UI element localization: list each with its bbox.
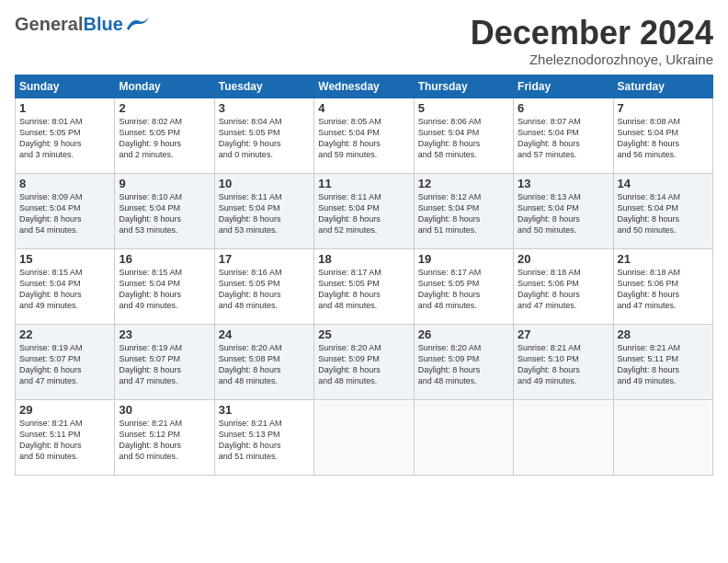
- table-row: 19Sunrise: 8:17 AM Sunset: 5:05 PM Dayli…: [414, 248, 513, 324]
- table-row: 25Sunrise: 8:20 AM Sunset: 5:09 PM Dayli…: [314, 324, 414, 399]
- day-number: 5: [418, 101, 509, 115]
- day-number: 27: [518, 327, 609, 341]
- table-row: [314, 399, 414, 475]
- day-info: Sunrise: 8:02 AM Sunset: 5:05 PM Dayligh…: [119, 116, 210, 161]
- day-info: Sunrise: 8:06 AM Sunset: 5:04 PM Dayligh…: [418, 116, 509, 161]
- day-number: 31: [219, 403, 310, 417]
- day-number: 3: [219, 101, 310, 115]
- table-row: 13Sunrise: 8:13 AM Sunset: 5:04 PM Dayli…: [514, 173, 613, 248]
- day-number: 13: [518, 177, 609, 190]
- day-number: 1: [19, 101, 110, 115]
- table-row: 7Sunrise: 8:08 AM Sunset: 5:04 PM Daylig…: [613, 98, 712, 173]
- day-info: Sunrise: 8:13 AM Sunset: 5:04 PM Dayligh…: [518, 191, 609, 236]
- day-info: Sunrise: 8:21 AM Sunset: 5:11 PM Dayligh…: [19, 418, 110, 463]
- day-number: 23: [119, 327, 210, 341]
- day-number: 20: [518, 252, 609, 266]
- table-row: 8Sunrise: 8:09 AM Sunset: 5:04 PM Daylig…: [16, 173, 115, 248]
- table-row: [414, 399, 513, 475]
- day-number: 22: [19, 327, 110, 341]
- day-number: 12: [418, 177, 509, 190]
- day-info: Sunrise: 8:21 AM Sunset: 5:10 PM Dayligh…: [518, 342, 609, 387]
- table-row: 23Sunrise: 8:19 AM Sunset: 5:07 PM Dayli…: [115, 324, 214, 399]
- month-title: December 2024: [471, 15, 713, 52]
- day-info: Sunrise: 8:07 AM Sunset: 5:04 PM Dayligh…: [518, 116, 609, 161]
- table-row: 24Sunrise: 8:20 AM Sunset: 5:08 PM Dayli…: [214, 324, 313, 399]
- day-number: 17: [219, 252, 310, 266]
- day-info: Sunrise: 8:18 AM Sunset: 5:06 PM Dayligh…: [618, 267, 709, 312]
- day-number: 4: [318, 101, 409, 115]
- header-friday: Friday: [514, 75, 613, 98]
- table-row: [514, 399, 613, 475]
- table-row: 20Sunrise: 8:18 AM Sunset: 5:06 PM Dayli…: [514, 248, 613, 324]
- table-row: 26Sunrise: 8:20 AM Sunset: 5:09 PM Dayli…: [414, 324, 513, 399]
- day-info: Sunrise: 8:01 AM Sunset: 5:05 PM Dayligh…: [19, 116, 110, 161]
- logo: GeneralBlue: [15, 15, 149, 33]
- table-row: 16Sunrise: 8:15 AM Sunset: 5:04 PM Dayli…: [115, 248, 214, 324]
- table-row: 9Sunrise: 8:10 AM Sunset: 5:04 PM Daylig…: [115, 173, 214, 248]
- day-info: Sunrise: 8:20 AM Sunset: 5:09 PM Dayligh…: [318, 342, 409, 387]
- day-info: Sunrise: 8:05 AM Sunset: 5:04 PM Dayligh…: [318, 116, 409, 161]
- day-info: Sunrise: 8:11 AM Sunset: 5:04 PM Dayligh…: [318, 191, 409, 236]
- day-number: 2: [119, 101, 210, 115]
- table-row: 27Sunrise: 8:21 AM Sunset: 5:10 PM Dayli…: [514, 324, 613, 399]
- logo-text: GeneralBlue: [15, 15, 123, 33]
- weekday-header-row: Sunday Monday Tuesday Wednesday Thursday…: [16, 75, 713, 98]
- calendar-table: Sunday Monday Tuesday Wednesday Thursday…: [15, 75, 713, 476]
- table-row: 3Sunrise: 8:04 AM Sunset: 5:05 PM Daylig…: [214, 98, 313, 173]
- day-number: 9: [119, 177, 210, 190]
- header: GeneralBlue December 2024 Zheleznodorozh…: [15, 15, 713, 67]
- table-row: 30Sunrise: 8:21 AM Sunset: 5:12 PM Dayli…: [115, 399, 214, 475]
- table-row: 12Sunrise: 8:12 AM Sunset: 5:04 PM Dayli…: [414, 173, 513, 248]
- day-info: Sunrise: 8:11 AM Sunset: 5:04 PM Dayligh…: [219, 191, 310, 236]
- table-row: 6Sunrise: 8:07 AM Sunset: 5:04 PM Daylig…: [514, 98, 613, 173]
- day-number: 7: [618, 101, 709, 115]
- table-row: 18Sunrise: 8:17 AM Sunset: 5:05 PM Dayli…: [314, 248, 414, 324]
- logo-bird-icon: [125, 16, 149, 32]
- week-row-5: 29Sunrise: 8:21 AM Sunset: 5:11 PM Dayli…: [16, 399, 713, 475]
- table-row: 14Sunrise: 8:14 AM Sunset: 5:04 PM Dayli…: [613, 173, 712, 248]
- day-info: Sunrise: 8:21 AM Sunset: 5:13 PM Dayligh…: [219, 418, 310, 463]
- table-row: 21Sunrise: 8:18 AM Sunset: 5:06 PM Dayli…: [613, 248, 712, 324]
- table-row: 11Sunrise: 8:11 AM Sunset: 5:04 PM Dayli…: [314, 173, 414, 248]
- week-row-3: 15Sunrise: 8:15 AM Sunset: 5:04 PM Dayli…: [16, 248, 713, 324]
- day-number: 21: [618, 252, 709, 266]
- day-info: Sunrise: 8:09 AM Sunset: 5:04 PM Dayligh…: [19, 191, 110, 236]
- day-number: 18: [318, 252, 409, 266]
- table-row: 5Sunrise: 8:06 AM Sunset: 5:04 PM Daylig…: [414, 98, 513, 173]
- header-sunday: Sunday: [16, 75, 115, 98]
- table-row: [613, 399, 712, 475]
- day-info: Sunrise: 8:20 AM Sunset: 5:09 PM Dayligh…: [418, 342, 509, 387]
- table-row: 1Sunrise: 8:01 AM Sunset: 5:05 PM Daylig…: [16, 98, 115, 173]
- table-row: 22Sunrise: 8:19 AM Sunset: 5:07 PM Dayli…: [16, 324, 115, 399]
- table-row: 17Sunrise: 8:16 AM Sunset: 5:05 PM Dayli…: [214, 248, 313, 324]
- table-row: 15Sunrise: 8:15 AM Sunset: 5:04 PM Dayli…: [16, 248, 115, 324]
- day-number: 6: [518, 101, 609, 115]
- day-number: 26: [418, 327, 509, 341]
- day-info: Sunrise: 8:18 AM Sunset: 5:06 PM Dayligh…: [518, 267, 609, 312]
- day-info: Sunrise: 8:17 AM Sunset: 5:05 PM Dayligh…: [418, 267, 509, 312]
- day-number: 19: [418, 252, 509, 266]
- day-info: Sunrise: 8:17 AM Sunset: 5:05 PM Dayligh…: [318, 267, 409, 312]
- day-info: Sunrise: 8:21 AM Sunset: 5:12 PM Dayligh…: [119, 418, 210, 463]
- day-info: Sunrise: 8:14 AM Sunset: 5:04 PM Dayligh…: [618, 191, 709, 236]
- week-row-4: 22Sunrise: 8:19 AM Sunset: 5:07 PM Dayli…: [16, 324, 713, 399]
- day-info: Sunrise: 8:15 AM Sunset: 5:04 PM Dayligh…: [19, 267, 110, 312]
- day-info: Sunrise: 8:20 AM Sunset: 5:08 PM Dayligh…: [219, 342, 310, 387]
- day-info: Sunrise: 8:19 AM Sunset: 5:07 PM Dayligh…: [119, 342, 210, 387]
- day-info: Sunrise: 8:04 AM Sunset: 5:05 PM Dayligh…: [219, 116, 310, 161]
- day-info: Sunrise: 8:16 AM Sunset: 5:05 PM Dayligh…: [219, 267, 310, 312]
- header-tuesday: Tuesday: [214, 75, 313, 98]
- day-info: Sunrise: 8:08 AM Sunset: 5:04 PM Dayligh…: [618, 116, 709, 161]
- location-subtitle: Zheleznodorozhnoye, Ukraine: [471, 52, 713, 67]
- day-number: 30: [119, 403, 210, 417]
- header-monday: Monday: [115, 75, 214, 98]
- day-number: 25: [318, 327, 409, 341]
- title-block: December 2024 Zheleznodorozhnoye, Ukrain…: [471, 15, 713, 67]
- day-number: 24: [219, 327, 310, 341]
- table-row: 29Sunrise: 8:21 AM Sunset: 5:11 PM Dayli…: [16, 399, 115, 475]
- table-row: 2Sunrise: 8:02 AM Sunset: 5:05 PM Daylig…: [115, 98, 214, 173]
- header-thursday: Thursday: [414, 75, 513, 98]
- day-number: 29: [19, 403, 110, 417]
- day-info: Sunrise: 8:15 AM Sunset: 5:04 PM Dayligh…: [119, 267, 210, 312]
- header-wednesday: Wednesday: [314, 75, 414, 98]
